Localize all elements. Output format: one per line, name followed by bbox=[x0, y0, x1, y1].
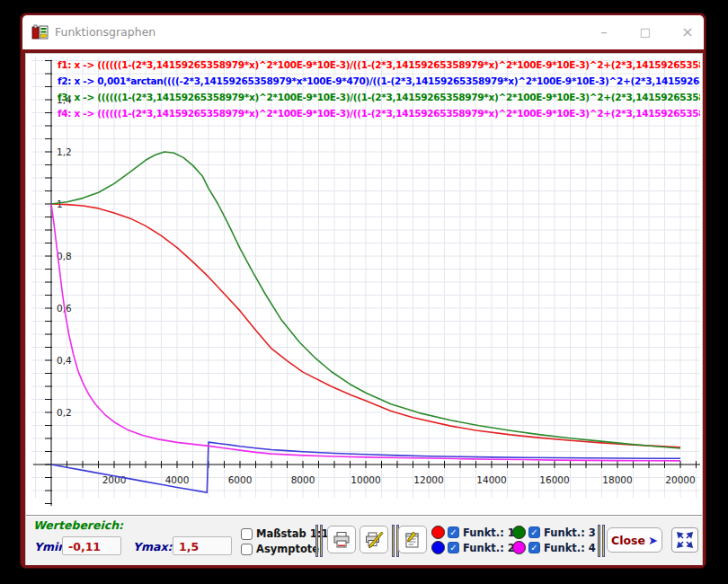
svg-text:0,4: 0,4 bbox=[57, 355, 72, 366]
minimize-button[interactable]: – bbox=[592, 21, 616, 44]
maximize-button[interactable]: □ bbox=[634, 21, 657, 44]
ymax-field[interactable]: 1,5 bbox=[173, 536, 232, 555]
toolbar-separator bbox=[315, 525, 323, 557]
svg-text:12000: 12000 bbox=[413, 474, 443, 485]
close-button[interactable]: Close ➤ bbox=[607, 527, 662, 553]
notepad-pencil-icon bbox=[403, 530, 422, 550]
function4-color-dot bbox=[512, 541, 526, 554]
bottom-toolbar: Wertebereich: Ymin: -0,11 Ymax: 1,5 Maßs… bbox=[26, 515, 702, 565]
function4-label: Funkt.: 4 bbox=[544, 542, 596, 554]
expand-arrows-icon bbox=[676, 531, 694, 549]
svg-text:18000: 18000 bbox=[602, 474, 632, 485]
close-button-label: Close bbox=[611, 534, 645, 547]
function2-label: Funkt.: 2 bbox=[463, 542, 515, 554]
function2-color-dot bbox=[431, 541, 445, 554]
range-label: Wertebereich: bbox=[33, 518, 123, 532]
svg-text:20000: 20000 bbox=[665, 474, 695, 485]
printer-icon bbox=[332, 530, 351, 550]
formula-f1: f1: x -> ((((((1-(2*3,14159265358979*x)^… bbox=[58, 59, 700, 75]
formula-f2: f2: x -> 0,001*arctan((((-2*3,1415926535… bbox=[58, 75, 700, 91]
printer-setup-icon bbox=[364, 530, 384, 550]
function3-label: Funkt.: 3 bbox=[544, 526, 596, 539]
svg-text:8000: 8000 bbox=[291, 474, 315, 485]
fullscreen-button[interactable] bbox=[671, 527, 698, 553]
window-title: Funktionsgraphen bbox=[55, 25, 155, 39]
edit-functions-button[interactable] bbox=[398, 526, 427, 553]
plot-area: 2000400060008000100001200014000160001800… bbox=[26, 54, 702, 515]
print-button[interactable] bbox=[327, 526, 356, 553]
close-window-button[interactable]: × bbox=[676, 21, 699, 44]
axes bbox=[33, 60, 700, 506]
massstab-checkbox[interactable] bbox=[241, 528, 253, 540]
function2-checkbox[interactable]: ✓ bbox=[448, 542, 459, 553]
print-setup-button[interactable] bbox=[360, 526, 388, 553]
function1-color-dot bbox=[431, 526, 445, 539]
ymin-field[interactable]: -0,11 bbox=[62, 536, 121, 555]
function3-color-dot bbox=[512, 526, 526, 539]
svg-text:16000: 16000 bbox=[539, 474, 569, 485]
title-bar[interactable]: Funktionsgraphen – □ × bbox=[22, 15, 704, 49]
app-icon bbox=[31, 23, 49, 41]
client-area: 2000400060008000100001200014000160001800… bbox=[25, 53, 703, 565]
formula-f3: f3: x -> ((((((1-(2*3,14159265358979*x)^… bbox=[58, 92, 700, 107]
close-arrow-icon: ➤ bbox=[648, 535, 658, 546]
function4-checkbox[interactable]: ✓ bbox=[528, 542, 540, 553]
svg-text:1,2: 1,2 bbox=[57, 146, 72, 157]
svg-text:4000: 4000 bbox=[165, 474, 190, 485]
svg-text:10000: 10000 bbox=[351, 474, 380, 485]
x-axis-labels: 2000400060008000100001200014000160001800… bbox=[102, 474, 696, 485]
toolbar-separator bbox=[598, 525, 605, 557]
asymptote-checkbox[interactable] bbox=[241, 544, 253, 555]
function1-checkbox[interactable]: ✓ bbox=[448, 526, 459, 538]
formula-f4: f4: x -> ((((((1-(2*3,14159265358979*x)^… bbox=[58, 108, 700, 123]
svg-text:14000: 14000 bbox=[476, 474, 506, 485]
svg-text:6000: 6000 bbox=[228, 474, 253, 485]
ymax-label: Ymax: bbox=[133, 540, 173, 553]
asymptote-label: Asymptote bbox=[256, 543, 319, 555]
y-axis-labels: 1,41,210,80,60,40,2 bbox=[57, 94, 72, 418]
function1-label: Funkt.: 1 bbox=[463, 526, 515, 539]
svg-text:0,2: 0,2 bbox=[57, 407, 72, 418]
function3-checkbox[interactable]: ✓ bbox=[528, 526, 540, 538]
app-window: Funktionsgraphen – □ × 20004000600080001… bbox=[20, 13, 706, 569]
